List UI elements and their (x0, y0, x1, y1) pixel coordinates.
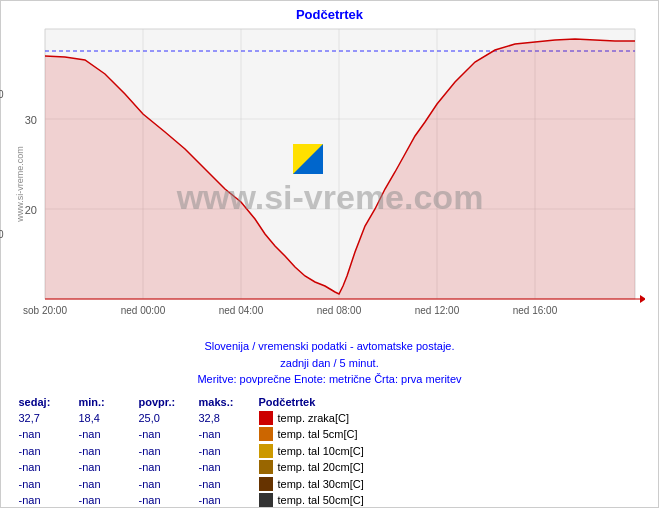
stat-maks: -nan (199, 476, 259, 493)
chart-svg: 30 20 sob 20:00 ned 00:00 ned 04:00 ned … (15, 24, 645, 334)
legend-color-box (259, 460, 273, 474)
stat-min: -nan (79, 426, 139, 443)
stat-sedaj: -nan (19, 459, 79, 476)
stat-sedaj: -nan (19, 443, 79, 460)
stats-table: sedaj: min.: povpr.: maks.: Podčetrtek 3… (15, 396, 645, 509)
stat-povpr: -nan (139, 426, 199, 443)
legend-color-box (259, 493, 273, 507)
svg-marker-16 (640, 295, 645, 303)
svg-text:www.si-vreme.com: www.si-vreme.com (15, 146, 25, 223)
svg-text:ned 08:00: ned 08:00 (316, 305, 361, 316)
stat-maks: -nan (199, 443, 259, 460)
legend-label: temp. tal 20cm[C] (278, 459, 364, 476)
svg-text:sob 20:00: sob 20:00 (23, 305, 67, 316)
stat-legend: temp. tal 30cm[C] (259, 476, 364, 493)
stat-min: 18,4 (79, 410, 139, 427)
legend-label: temp. tal 10cm[C] (278, 443, 364, 460)
stat-min: -nan (79, 492, 139, 508)
header-povpr: povpr.: (139, 396, 199, 408)
stats-header-row: sedaj: min.: povpr.: maks.: Podčetrtek (15, 396, 645, 408)
stat-legend: temp. tal 50cm[C] (259, 492, 364, 508)
stat-maks: -nan (199, 426, 259, 443)
stat-min: -nan (79, 443, 139, 460)
legend-color-box (259, 427, 273, 441)
stat-povpr: -nan (139, 443, 199, 460)
svg-text:20: 20 (24, 204, 36, 216)
stat-legend: temp. tal 20cm[C] (259, 459, 364, 476)
chart-area: 30 20 30 20 (15, 24, 645, 334)
header-podcetrtek: Podčetrtek (259, 396, 316, 408)
stats-row: -nan -nan -nan -nan temp. tal 50cm[C] (15, 492, 645, 508)
stat-povpr: 25,0 (139, 410, 199, 427)
stat-sedaj: -nan (19, 426, 79, 443)
header-sedaj: sedaj: (19, 396, 79, 408)
y-axis: 30 20 (0, 24, 4, 304)
stat-maks: -nan (199, 492, 259, 508)
stats-row: -nan -nan -nan -nan temp. tal 10cm[C] (15, 443, 645, 460)
svg-text:ned 16:00: ned 16:00 (512, 305, 557, 316)
svg-text:www.si-vreme.com: www.si-vreme.com (175, 178, 483, 216)
stat-maks: -nan (199, 459, 259, 476)
svg-text:30: 30 (24, 114, 36, 126)
header-min: min.: (79, 396, 139, 408)
stats-row: -nan -nan -nan -nan temp. tal 5cm[C] (15, 426, 645, 443)
svg-text:ned 12:00: ned 12:00 (414, 305, 459, 316)
y-label-30: 30 (0, 89, 4, 100)
header-maks: maks.: (199, 396, 259, 408)
stat-povpr: -nan (139, 476, 199, 493)
legend-color-box (259, 477, 273, 491)
stat-sedaj: -nan (19, 492, 79, 508)
subtitle-line-1: Slovenija / vremenski podatki - avtomats… (197, 338, 461, 355)
svg-text:ned 04:00: ned 04:00 (218, 305, 263, 316)
subtitle-line-3: Meritve: povprečne Enote: metrične Črta:… (197, 371, 461, 388)
legend-label: temp. tal 30cm[C] (278, 476, 364, 493)
stats-row: -nan -nan -nan -nan temp. tal 20cm[C] (15, 459, 645, 476)
stats-rows: 32,7 18,4 25,0 32,8 temp. zraka[C] -nan … (15, 410, 645, 509)
stat-legend: temp. zraka[C] (259, 410, 350, 427)
legend-label: temp. tal 5cm[C] (278, 426, 358, 443)
legend-label: temp. tal 50cm[C] (278, 492, 364, 508)
stat-min: -nan (79, 459, 139, 476)
subtitle-area: Slovenija / vremenski podatki - avtomats… (197, 338, 461, 388)
stat-sedaj: -nan (19, 476, 79, 493)
stat-legend: temp. tal 5cm[C] (259, 426, 358, 443)
legend-color-box (259, 411, 273, 425)
stat-sedaj: 32,7 (19, 410, 79, 427)
legend-color-box (259, 444, 273, 458)
stat-povpr: -nan (139, 459, 199, 476)
y-label-20: 20 (0, 229, 4, 240)
stats-row: -nan -nan -nan -nan temp. tal 30cm[C] (15, 476, 645, 493)
chart-title: Podčetrtek (296, 7, 363, 22)
subtitle-line-2: zadnji dan / 5 minut. (197, 355, 461, 372)
stat-povpr: -nan (139, 492, 199, 508)
stat-legend: temp. tal 10cm[C] (259, 443, 364, 460)
stat-min: -nan (79, 476, 139, 493)
stat-maks: 32,8 (199, 410, 259, 427)
stats-row: 32,7 18,4 25,0 32,8 temp. zraka[C] (15, 410, 645, 427)
page-container: Podčetrtek 30 20 30 2 (0, 0, 659, 508)
svg-text:ned 00:00: ned 00:00 (120, 305, 165, 316)
legend-label: temp. zraka[C] (278, 410, 350, 427)
